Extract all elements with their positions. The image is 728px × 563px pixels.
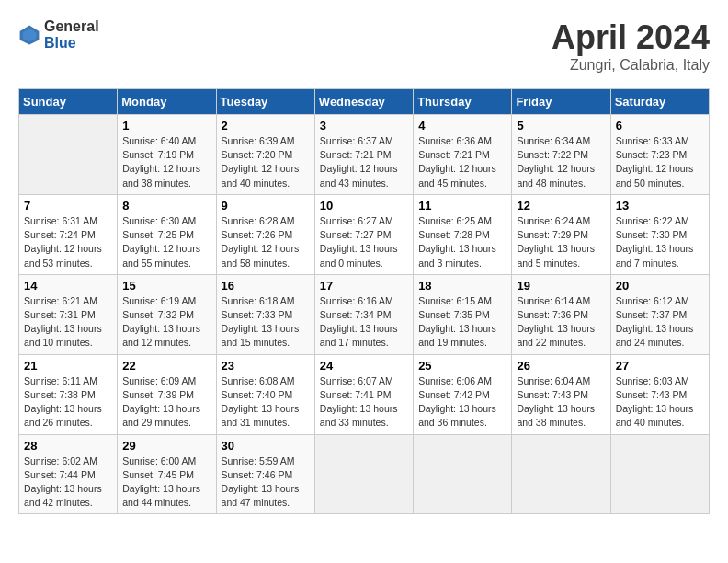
calendar-cell: 2Sunrise: 6:39 AMSunset: 7:20 PMDaylight… (216, 115, 314, 195)
cell-day-info: Sunrise: 6:16 AMSunset: 7:34 PMDaylight:… (320, 294, 408, 350)
calendar-cell: 21Sunrise: 6:11 AMSunset: 7:38 PMDayligh… (19, 354, 118, 434)
calendar-header-row: SundayMondayTuesdayWednesdayThursdayFrid… (19, 89, 710, 115)
calendar-cell (314, 434, 413, 514)
calendar-cell: 8Sunrise: 6:30 AMSunset: 7:25 PMDaylight… (118, 194, 216, 274)
cell-day-info: Sunrise: 6:25 AMSunset: 7:28 PMDaylight:… (418, 214, 506, 270)
calendar-week-row: 28Sunrise: 6:02 AMSunset: 7:44 PMDayligh… (19, 434, 710, 514)
page-header: General Blue April 2024 Zungri, Calabria… (18, 18, 710, 74)
day-of-week-header: Wednesday (314, 89, 413, 115)
day-number: 26 (517, 359, 605, 373)
cell-day-info: Sunrise: 6:30 AMSunset: 7:25 PMDaylight:… (122, 214, 210, 270)
day-number: 4 (418, 119, 506, 132)
cell-day-info: Sunrise: 6:19 AMSunset: 7:32 PMDaylight:… (122, 294, 210, 350)
day-number: 12 (517, 199, 605, 213)
cell-day-info: Sunrise: 6:08 AMSunset: 7:40 PMDaylight:… (222, 374, 310, 431)
calendar-cell: 20Sunrise: 6:12 AMSunset: 7:37 PMDayligh… (610, 274, 709, 354)
day-number: 22 (122, 359, 210, 373)
cell-day-info: Sunrise: 6:21 AMSunset: 7:31 PMDaylight:… (24, 294, 112, 350)
cell-day-info: Sunrise: 6:40 AMSunset: 7:19 PMDaylight:… (122, 134, 210, 190)
day-number: 20 (616, 279, 704, 293)
calendar-cell: 16Sunrise: 6:18 AMSunset: 7:33 PMDayligh… (216, 274, 314, 354)
day-number: 25 (418, 359, 506, 373)
day-number: 7 (24, 199, 112, 213)
day-of-week-header: Tuesday (216, 89, 314, 115)
calendar-table: SundayMondayTuesdayWednesdayThursdayFrid… (18, 88, 710, 514)
month-title: April 2024 (552, 18, 710, 57)
calendar-cell: 9Sunrise: 6:28 AMSunset: 7:26 PMDaylight… (216, 194, 314, 274)
day-number: 27 (616, 359, 704, 373)
cell-day-info: Sunrise: 6:02 AMSunset: 7:44 PMDaylight:… (24, 454, 112, 511)
cell-day-info: Sunrise: 6:18 AMSunset: 7:33 PMDaylight:… (222, 294, 310, 350)
day-number: 24 (320, 359, 408, 373)
day-number: 6 (616, 119, 704, 132)
logo-general-text: General (44, 18, 99, 35)
calendar-cell: 18Sunrise: 6:15 AMSunset: 7:35 PMDayligh… (414, 274, 512, 354)
calendar-cell: 7Sunrise: 6:31 AMSunset: 7:24 PMDaylight… (19, 194, 118, 274)
calendar-cell: 12Sunrise: 6:24 AMSunset: 7:29 PMDayligh… (512, 194, 610, 274)
calendar-cell: 4Sunrise: 6:36 AMSunset: 7:21 PMDaylight… (414, 115, 512, 195)
day-of-week-header: Saturday (610, 89, 709, 115)
day-number: 29 (122, 439, 210, 453)
day-number: 15 (122, 279, 210, 293)
cell-day-info: Sunrise: 6:31 AMSunset: 7:24 PMDaylight:… (24, 214, 112, 270)
calendar-cell: 29Sunrise: 6:00 AMSunset: 7:45 PMDayligh… (118, 434, 216, 514)
cell-day-info: Sunrise: 6:14 AMSunset: 7:36 PMDaylight:… (517, 294, 605, 350)
cell-day-info: Sunrise: 6:12 AMSunset: 7:37 PMDaylight:… (616, 294, 704, 350)
location-text: Zungri, Calabria, Italy (552, 57, 710, 74)
calendar-cell: 23Sunrise: 6:08 AMSunset: 7:40 PMDayligh… (216, 354, 314, 434)
cell-day-info: Sunrise: 6:06 AMSunset: 7:42 PMDaylight:… (418, 374, 506, 431)
cell-day-info: Sunrise: 6:24 AMSunset: 7:29 PMDaylight:… (517, 214, 605, 270)
day-number: 18 (418, 279, 506, 293)
calendar-cell: 24Sunrise: 6:07 AMSunset: 7:41 PMDayligh… (314, 354, 413, 434)
calendar-cell: 22Sunrise: 6:09 AMSunset: 7:39 PMDayligh… (118, 354, 216, 434)
day-of-week-header: Thursday (414, 89, 512, 115)
day-number: 9 (222, 199, 310, 213)
calendar-cell: 3Sunrise: 6:37 AMSunset: 7:21 PMDaylight… (314, 115, 413, 195)
logo-icon (18, 24, 40, 46)
calendar-cell: 26Sunrise: 6:04 AMSunset: 7:43 PMDayligh… (512, 354, 610, 434)
day-number: 10 (320, 199, 408, 213)
calendar-cell: 11Sunrise: 6:25 AMSunset: 7:28 PMDayligh… (414, 194, 512, 274)
day-number: 21 (24, 359, 112, 373)
calendar-cell: 1Sunrise: 6:40 AMSunset: 7:19 PMDaylight… (118, 115, 216, 195)
day-number: 17 (320, 279, 408, 293)
calendar-cell (512, 434, 610, 514)
day-number: 1 (122, 119, 210, 132)
calendar-cell: 5Sunrise: 6:34 AMSunset: 7:22 PMDaylight… (512, 115, 610, 195)
logo-text: General Blue (44, 18, 99, 51)
cell-day-info: Sunrise: 6:34 AMSunset: 7:22 PMDaylight:… (517, 134, 605, 190)
day-number: 3 (320, 119, 408, 132)
calendar-cell: 19Sunrise: 6:14 AMSunset: 7:36 PMDayligh… (512, 274, 610, 354)
cell-day-info: Sunrise: 6:03 AMSunset: 7:43 PMDaylight:… (616, 374, 704, 431)
calendar-week-row: 21Sunrise: 6:11 AMSunset: 7:38 PMDayligh… (19, 354, 710, 434)
calendar-week-row: 1Sunrise: 6:40 AMSunset: 7:19 PMDaylight… (19, 115, 710, 195)
day-number: 13 (616, 199, 704, 213)
day-number: 28 (24, 439, 112, 453)
day-number: 11 (418, 199, 506, 213)
cell-day-info: Sunrise: 6:33 AMSunset: 7:23 PMDaylight:… (616, 134, 704, 190)
cell-day-info: Sunrise: 6:11 AMSunset: 7:38 PMDaylight:… (24, 374, 112, 431)
day-of-week-header: Friday (512, 89, 610, 115)
cell-day-info: Sunrise: 6:22 AMSunset: 7:30 PMDaylight:… (616, 214, 704, 270)
cell-day-info: Sunrise: 6:00 AMSunset: 7:45 PMDaylight:… (122, 454, 210, 511)
logo: General Blue (18, 18, 99, 51)
calendar-cell: 17Sunrise: 6:16 AMSunset: 7:34 PMDayligh… (314, 274, 413, 354)
calendar-cell: 25Sunrise: 6:06 AMSunset: 7:42 PMDayligh… (414, 354, 512, 434)
calendar-week-row: 7Sunrise: 6:31 AMSunset: 7:24 PMDaylight… (19, 194, 710, 274)
cell-day-info: Sunrise: 6:37 AMSunset: 7:21 PMDaylight:… (320, 134, 408, 190)
day-number: 5 (517, 119, 605, 132)
cell-day-info: Sunrise: 6:39 AMSunset: 7:20 PMDaylight:… (222, 134, 310, 190)
calendar-cell (19, 115, 118, 195)
day-number: 16 (222, 279, 310, 293)
day-number: 8 (122, 199, 210, 213)
cell-day-info: Sunrise: 6:09 AMSunset: 7:39 PMDaylight:… (122, 374, 210, 431)
day-number: 30 (222, 439, 310, 453)
cell-day-info: Sunrise: 6:04 AMSunset: 7:43 PMDaylight:… (517, 374, 605, 431)
day-number: 23 (222, 359, 310, 373)
calendar-cell: 14Sunrise: 6:21 AMSunset: 7:31 PMDayligh… (19, 274, 118, 354)
cell-day-info: Sunrise: 6:15 AMSunset: 7:35 PMDaylight:… (418, 294, 506, 350)
calendar-week-row: 14Sunrise: 6:21 AMSunset: 7:31 PMDayligh… (19, 274, 710, 354)
day-number: 14 (24, 279, 112, 293)
calendar-cell: 27Sunrise: 6:03 AMSunset: 7:43 PMDayligh… (610, 354, 709, 434)
cell-day-info: Sunrise: 5:59 AMSunset: 7:46 PMDaylight:… (222, 454, 310, 511)
